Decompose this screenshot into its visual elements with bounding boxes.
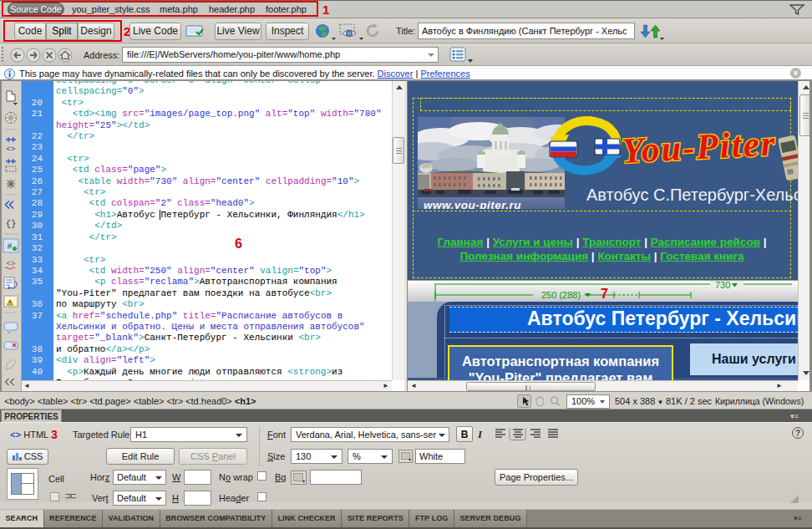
svg-text:{}: {} [5,219,16,229]
svg-text:Автобус С.Петербург-Хельсинки: Автобус С.Петербург-Хельсинки [586,186,798,204]
svg-text:www.you-piter.ru: www.you-piter.ru [424,199,521,209]
svg-text:730: 730 [715,281,730,290]
svg-text:250 (288): 250 (288) [541,290,581,300]
svg-text:<>: <> [7,145,16,154]
svg-text:#: # [7,242,12,252]
svg-text:You-Piter: You-Piter [621,123,777,170]
